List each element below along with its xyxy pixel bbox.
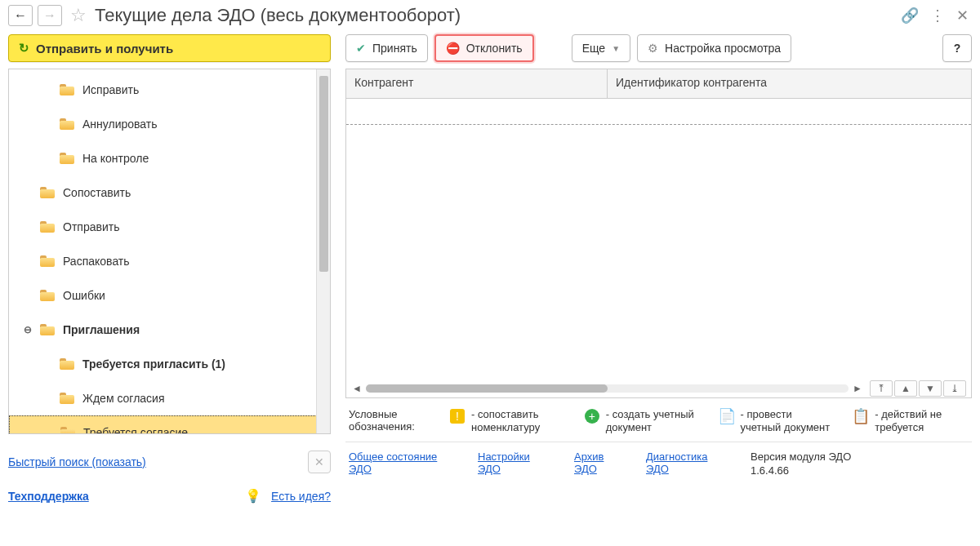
view-settings-button[interactable]: ⚙ Настройка просмотра: [637, 34, 791, 62]
goto-down-button[interactable]: ▼: [919, 380, 942, 397]
folder-icon: [40, 290, 55, 301]
collapse-icon[interactable]: ⊖: [20, 322, 35, 337]
tree-item-selected[interactable]: Требуется согласие: [9, 415, 330, 434]
reject-icon: ⛔: [446, 42, 460, 55]
more-button[interactable]: Еще ▼: [572, 34, 630, 62]
kebab-menu-icon[interactable]: ⋮: [927, 3, 948, 28]
close-icon[interactable]: ✕: [953, 3, 972, 28]
footer-link-state[interactable]: Общее состояние ЭДО: [349, 451, 455, 475]
tree-item[interactable]: ⊖ Приглашения: [9, 313, 330, 347]
footer-link-diag[interactable]: Диагностика ЭДО: [646, 451, 728, 475]
folder-icon: [60, 84, 74, 95]
reject-button[interactable]: ⛔ Отклонить: [434, 34, 534, 62]
horizontal-scrollbar[interactable]: [366, 384, 849, 393]
document-icon: 📄: [719, 409, 734, 424]
accept-icon: ✔: [356, 42, 366, 55]
grid-row-empty[interactable]: [346, 99, 971, 125]
clear-search-button[interactable]: ✕: [308, 451, 331, 473]
goto-up-button[interactable]: ▲: [894, 380, 917, 397]
accept-button[interactable]: ✔ Принять: [345, 34, 428, 62]
favorite-icon[interactable]: ☆: [70, 5, 87, 26]
column-header-identifier[interactable]: Идентификатор контрагента: [608, 69, 971, 98]
folder-icon: [40, 187, 55, 198]
data-grid: Контрагент Идентификатор контрагента ◄ ►…: [345, 69, 972, 398]
link-icon[interactable]: 🔗: [898, 3, 922, 28]
quick-search-link[interactable]: Быстрый поиск (показать): [8, 455, 146, 468]
tree-item[interactable]: Исправить: [9, 73, 330, 107]
version-label: Версия модуля ЭДО: [751, 451, 851, 463]
folder-icon: [40, 324, 55, 335]
tree-item[interactable]: Ошибки: [9, 278, 330, 313]
bulb-icon: 💡: [245, 488, 261, 504]
send-receive-button[interactable]: ↻ Отправить и получить: [8, 34, 331, 62]
tree-item[interactable]: Требуется пригласить (1): [9, 347, 330, 381]
footer-link-archive[interactable]: Архив ЭДО: [574, 451, 623, 475]
scroll-thumb[interactable]: [319, 76, 328, 272]
footer-link-settings[interactable]: Настройки ЭДО: [478, 451, 551, 475]
scroll-right-icon[interactable]: ►: [852, 383, 863, 394]
tree-item[interactable]: На контроле: [9, 141, 330, 175]
legend-label: Условные обозначения:: [349, 408, 430, 433]
plus-icon: +: [585, 409, 599, 424]
gear-icon: ⚙: [648, 42, 658, 55]
goto-first-button[interactable]: ⤒: [870, 380, 893, 397]
tree-item[interactable]: Отправить: [9, 210, 330, 244]
folder-icon: [40, 255, 55, 267]
support-link[interactable]: Техподдержка: [8, 490, 89, 503]
nav-back-button[interactable]: ←: [8, 5, 33, 26]
send-receive-label: Отправить и получить: [36, 42, 173, 55]
chevron-down-icon: ▼: [612, 44, 620, 53]
goto-last-button[interactable]: ⤓: [943, 380, 966, 397]
refresh-icon: ↻: [19, 41, 29, 55]
column-header-contragent[interactable]: Контрагент: [346, 69, 608, 98]
folder-icon: [40, 221, 55, 233]
vertical-scrollbar[interactable]: [316, 69, 330, 433]
nav-forward-button[interactable]: →: [38, 5, 62, 26]
version-number: 1.6.4.66: [751, 464, 789, 477]
warning-icon: !: [450, 409, 465, 424]
folder-icon: [60, 393, 74, 404]
folder-icon: [60, 358, 74, 370]
idea-link[interactable]: Есть идея?: [271, 490, 331, 503]
tree-item[interactable]: Распаковать: [9, 244, 330, 278]
tree-item[interactable]: Сопоставить: [9, 175, 330, 210]
folder-icon: [60, 153, 74, 164]
checklist-icon: 📋: [853, 409, 868, 424]
folder-icon: [60, 118, 74, 130]
tree-item[interactable]: Аннулировать: [9, 107, 330, 141]
scroll-thumb[interactable]: [366, 384, 608, 393]
folder-tree: Исправить Аннулировать На контроле Сопос…: [8, 69, 331, 434]
scroll-left-icon[interactable]: ◄: [351, 383, 363, 394]
page-title: Текущие дела ЭДО (весь документооборот): [95, 5, 893, 26]
folder-icon: [60, 427, 75, 434]
help-button[interactable]: ?: [942, 34, 972, 62]
tree-item[interactable]: Ждем согласия: [9, 381, 330, 415]
